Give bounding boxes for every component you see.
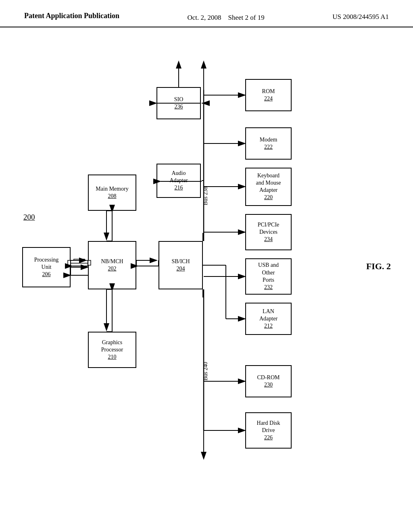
publication-date: Oct. 2, 2008	[188, 14, 221, 21]
diagram-area: ProcessingUnit 206 NB/MCH 202 Main Memor…	[0, 27, 413, 511]
page-header: Patent Application Publication Oct. 2, 2…	[0, 0, 413, 27]
box-keyboard-mouse: Keyboardand MouseAdapter 220	[245, 168, 292, 206]
svg-marker-47	[201, 452, 206, 460]
box-main-memory: Main Memory 208	[88, 175, 136, 211]
box-sb-ich: SB/ICH 204	[159, 241, 203, 289]
diagram-ref-200: 200	[23, 213, 35, 222]
sheet-info: Sheet 2 of 19	[228, 14, 265, 21]
box-nb-mch: NB/MCH 202	[88, 241, 136, 289]
bus-238-label: Bus 238	[202, 187, 209, 205]
box-cd-rom: CD-ROM 230	[245, 365, 292, 397]
box-hard-disk: Hard DiskDrive 226	[245, 412, 292, 449]
box-graphics-processor: GraphicsProcessor 210	[88, 332, 136, 368]
box-sio: SIO 236	[156, 87, 201, 119]
arrow-nb-sb	[136, 260, 159, 266]
figure-label: FIG. 2	[366, 261, 391, 272]
box-lan-adapter: LANAdapter 212	[245, 303, 292, 335]
bus-240-label: Bus 240	[202, 362, 209, 380]
box-pci-pcie: PCI/PCIeDevices 234	[245, 214, 292, 250]
box-audio-adapter: AudioAdapter 216	[156, 164, 201, 198]
arrow-proc-nb	[71, 260, 88, 266]
svg-marker-5	[68, 259, 91, 265]
arrow-nb-memory	[106, 211, 112, 241]
arrow-nb-graphics	[106, 289, 112, 332]
box-processing-unit: ProcessingUnit 206	[22, 247, 71, 287]
box-modem: Modem 222	[245, 127, 292, 160]
patent-number: US 2008/244595 A1	[332, 11, 389, 21]
header-date-sheet: Oct. 2, 2008 Sheet 2 of 19	[188, 11, 265, 23]
box-rom: ROM 224	[245, 79, 292, 111]
box-usb-ports: USB andOtherPorts 232	[245, 258, 292, 295]
publication-title: Patent Application Publication	[24, 11, 119, 21]
svg-marker-49	[176, 60, 181, 69]
svg-marker-45	[201, 60, 206, 69]
